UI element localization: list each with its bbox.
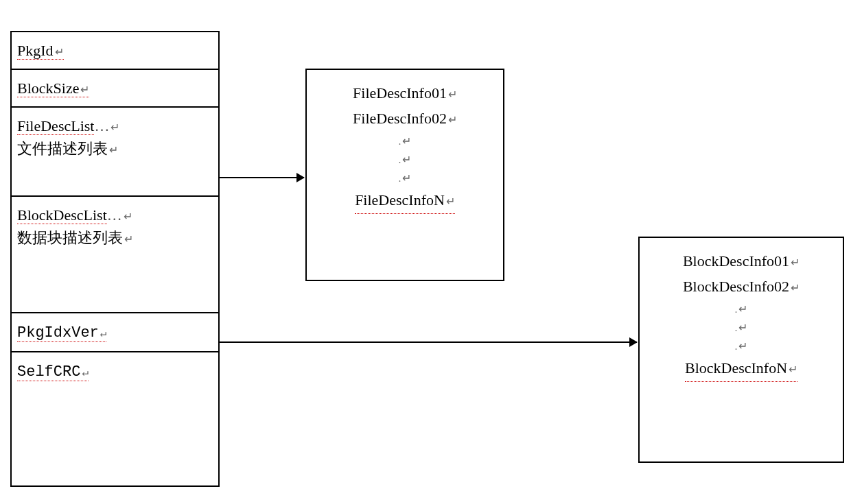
block-desc-box: BlockDescInfo01 BlockDescInfo02 . . . Bl…	[638, 237, 844, 463]
file-item-n: FileDescInfoN	[355, 187, 455, 213]
ellipsis-dot: .	[314, 150, 496, 169]
block-item-n: BlockDescInfoN	[685, 355, 797, 381]
block-item-2: BlockDescInfo02	[646, 274, 836, 299]
ellipsis-dot: .	[646, 300, 836, 318]
row-blocksize: BlockSize	[12, 70, 218, 108]
label-filedesclist-zh: 文件描述列表	[17, 140, 118, 157]
label-selfcrc: SelfCRC	[17, 363, 89, 381]
label-blockdesclist-en: BlockDescList	[17, 206, 107, 224]
file-item-2: FileDescInfo02	[314, 106, 496, 131]
ellipsis-dot: .	[314, 169, 496, 187]
label-pkgid: PkgId	[17, 42, 64, 60]
file-item-1: FileDescInfo01	[314, 80, 496, 106]
label-blocksize: BlockSize	[17, 80, 89, 97]
arrow-to-block-box	[220, 341, 637, 343]
ellipsis-dot: .	[646, 337, 836, 355]
arrow-to-file-box	[220, 177, 304, 178]
ellipsis-dot: .	[646, 318, 836, 337]
row-filedesclist: FileDescList… 文件描述列表	[12, 108, 218, 197]
file-desc-box: FileDescInfo01 FileDescInfo02 . . . File…	[305, 69, 504, 281]
row-selfcrc: SelfCRC	[12, 352, 218, 390]
ellipsis-dot: .	[314, 132, 496, 150]
block-item-1: BlockDescInfo01	[646, 248, 836, 274]
label-filedesclist-en: FileDescList	[17, 117, 94, 135]
row-pkgidxver: PkgIdxVer	[12, 313, 218, 352]
main-structure-box: PkgId BlockSize FileDescList… 文件描述列表 Blo…	[10, 31, 220, 487]
row-blockdesclist: BlockDescList… 数据块描述列表	[12, 197, 218, 313]
row-pkgid: PkgId	[12, 32, 218, 70]
label-pkgidxver: PkgIdxVer	[17, 324, 106, 342]
label-blockdesclist-zh: 数据块描述列表	[17, 229, 133, 246]
